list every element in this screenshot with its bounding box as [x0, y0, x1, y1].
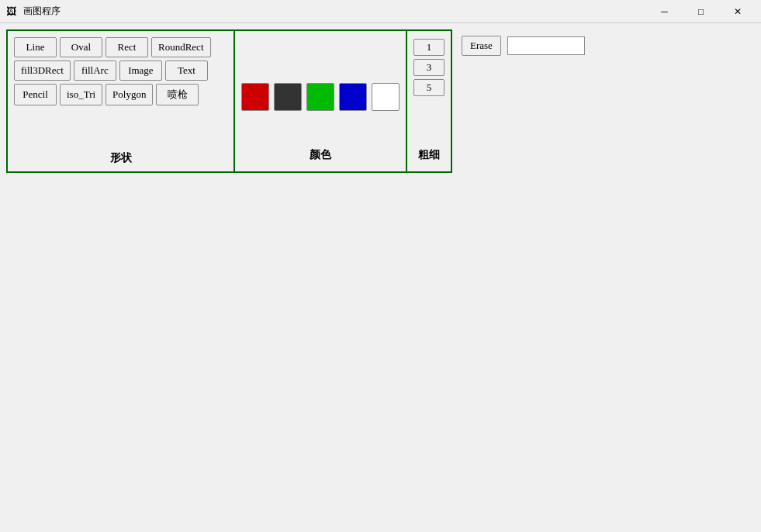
color-black[interactable]: [274, 83, 302, 111]
title-bar-left: 🖼 画图程序: [6, 5, 61, 18]
shapes-row-3: Pencil iso_Tri Polygon 喷枪: [14, 84, 227, 105]
thickness-label: 粗细: [418, 148, 440, 165]
roundrect-button[interactable]: RoundRect: [151, 37, 211, 57]
shapes-label: 形状: [14, 148, 227, 165]
thickness-panel: 1 3 5 粗细: [406, 29, 452, 173]
erase-row: Erase: [462, 36, 745, 56]
main-content: Line Oval Rect RoundRect fill3DRect fill…: [0, 23, 761, 532]
polygon-button[interactable]: Polygon: [106, 84, 153, 105]
erase-button[interactable]: Erase: [462, 36, 501, 56]
color-red[interactable]: [241, 83, 269, 111]
maximize-button[interactable]: □: [683, 0, 718, 23]
title-bar-controls: ─ □ ✕: [647, 0, 755, 23]
title-bar: 🖼 画图程序 ─ □ ✕: [0, 0, 761, 23]
line-button[interactable]: Line: [14, 37, 57, 57]
app-title: 画图程序: [23, 5, 61, 18]
fillarc-button[interactable]: fillArc: [74, 60, 116, 81]
rect-button[interactable]: Rect: [106, 37, 148, 57]
pencil-button[interactable]: Pencil: [14, 84, 57, 105]
fill3drect-button[interactable]: fill3DRect: [14, 60, 71, 81]
thickness-3-button[interactable]: 3: [413, 59, 444, 76]
thickness-1-button[interactable]: 1: [413, 39, 444, 56]
erase-input[interactable]: [507, 36, 585, 55]
iso-tri-button[interactable]: iso_Tri: [60, 84, 102, 105]
spray-button[interactable]: 喷枪: [156, 84, 199, 105]
shapes-panel: Line Oval Rect RoundRect fill3DRect fill…: [6, 29, 235, 173]
thickness-5-button[interactable]: 5: [413, 79, 444, 96]
color-white[interactable]: [372, 83, 400, 111]
oval-button[interactable]: Oval: [60, 37, 102, 57]
color-panel: 颜色: [233, 29, 407, 173]
color-swatches: [241, 45, 400, 148]
color-green[interactable]: [306, 83, 334, 111]
minimize-button[interactable]: ─: [647, 0, 682, 23]
shapes-row-1: Line Oval Rect RoundRect: [14, 37, 227, 57]
image-button[interactable]: Image: [119, 60, 162, 81]
shapes-row-2: fill3DRect fillArc Image Text: [14, 60, 227, 81]
erase-panel: Erase: [452, 29, 755, 173]
close-button[interactable]: ✕: [720, 0, 755, 23]
color-label: 颜色: [241, 148, 400, 165]
color-blue[interactable]: [339, 83, 367, 111]
text-button[interactable]: Text: [165, 60, 208, 81]
app-icon: 🖼: [6, 5, 19, 18]
